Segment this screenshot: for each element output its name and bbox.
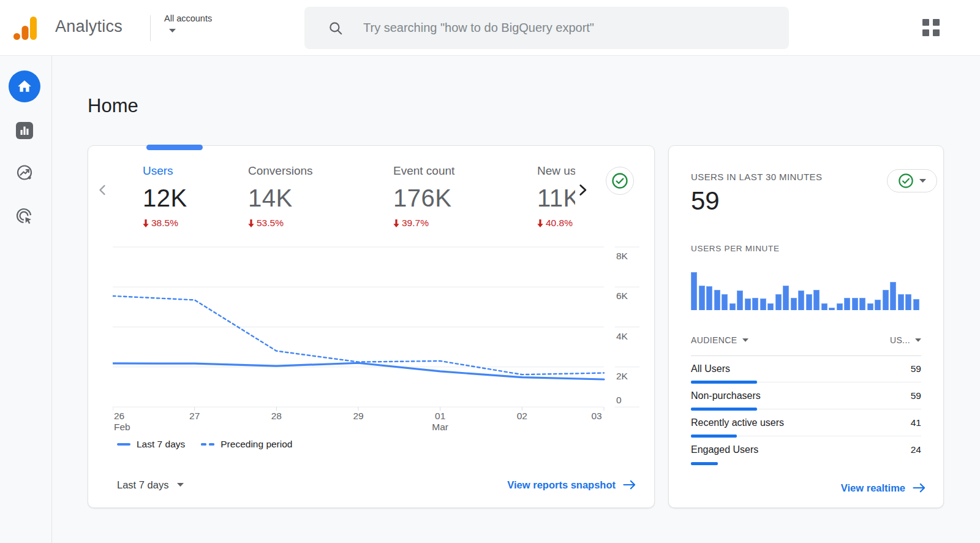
metric-label: Conversions	[248, 163, 377, 179]
product-name: Analytics	[55, 17, 123, 36]
arrow-down-icon	[537, 219, 543, 227]
arrow-right-icon	[913, 483, 926, 493]
legend-item-preceding-period: Preceding period	[201, 439, 292, 450]
metric-tab-event-count[interactable]: Event count 176K 39.7%	[393, 163, 522, 229]
legend-item-last-7-days: Last 7 days	[117, 439, 185, 450]
metric-delta: 39.7%	[393, 218, 522, 229]
arrow-down-icon	[248, 219, 254, 227]
audience-column-header[interactable]: AUDIENCE	[691, 335, 748, 345]
sidebar-item-reports[interactable]	[16, 122, 33, 139]
svg-text:2K: 2K	[616, 371, 628, 381]
audience-name: Non-purchasers	[691, 390, 761, 401]
svg-text:0: 0	[616, 395, 622, 405]
home-icon	[17, 78, 32, 94]
top-header: Analytics All accounts	[0, 0, 980, 56]
solid-line-swatch-icon	[117, 443, 130, 446]
audience-name: All Users	[691, 363, 730, 374]
metric-label: Event count	[393, 163, 522, 179]
svg-text:28: 28	[271, 411, 282, 421]
users-column-header[interactable]: US...	[890, 335, 921, 345]
check-circle-icon	[898, 173, 914, 189]
advertising-target-cursor-icon	[15, 207, 34, 226]
audience-users: 24	[911, 444, 921, 455]
svg-text:02: 02	[517, 411, 527, 421]
account-selector[interactable]: All accounts	[164, 13, 212, 32]
metric-value: 176K	[393, 184, 522, 212]
audience-name: Engaged Users	[691, 444, 758, 455]
header-divider	[150, 15, 151, 41]
table-row[interactable]: Non-purchasers 59	[691, 382, 921, 409]
search-icon	[328, 20, 344, 36]
metric-delta: 40.8%	[537, 218, 575, 229]
explore-trend-icon	[15, 164, 34, 182]
audience-name: Recently active users	[691, 417, 784, 428]
dashed-line-swatch-icon	[201, 443, 214, 446]
chart-legend: Last 7 days Preceding period	[117, 439, 292, 450]
metric-tabs: Users 12K 38.5% Conversions 14K 53.5%	[143, 163, 575, 241]
account-selector-label: All accounts	[164, 13, 212, 23]
metric-value: 14K	[248, 184, 377, 212]
svg-text:Feb: Feb	[114, 422, 130, 432]
metric-delta: 53.5%	[248, 218, 377, 229]
metrics-scroll-left-button[interactable]	[96, 181, 113, 199]
google-apps-grid-icon[interactable]	[922, 19, 940, 36]
sidebar-item-explore[interactable]	[15, 164, 34, 182]
table-row[interactable]: All Users 59	[691, 355, 921, 382]
audience-value-bar	[691, 462, 718, 465]
svg-text:27: 27	[189, 411, 200, 421]
svg-text:4K: 4K	[616, 331, 628, 341]
audience-users: 41	[911, 417, 921, 428]
users-per-minute-bar-chart	[691, 266, 924, 310]
svg-text:01: 01	[435, 411, 445, 421]
arrow-right-icon	[623, 480, 636, 490]
metric-tab-conversions[interactable]: Conversions 14K 53.5%	[248, 163, 377, 229]
analytics-home-page: Analytics All accounts	[0, 0, 980, 543]
svg-text:Mar: Mar	[432, 422, 448, 432]
metric-label: New users	[537, 163, 575, 179]
date-range-selector[interactable]: Last 7 days	[117, 479, 184, 491]
chevron-down-icon	[919, 179, 926, 183]
table-row[interactable]: Recently active users 41	[691, 409, 921, 436]
audience-table: All Users 59 Non-purchasers 59 Recently …	[691, 355, 921, 463]
search-input[interactable]	[363, 7, 767, 49]
search-bar	[304, 7, 789, 49]
svg-text:29: 29	[353, 411, 363, 421]
arrow-down-icon	[393, 219, 399, 227]
bar-chart-icon	[16, 122, 33, 139]
google-analytics-logo-icon	[13, 17, 38, 40]
left-navigation-rail	[0, 56, 52, 543]
audience-table-header: AUDIENCE US...	[691, 332, 921, 348]
users-last-30-min-value: 59	[691, 185, 720, 217]
overview-card-footer: Last 7 days View reports snapshot	[117, 473, 636, 497]
chevron-down-icon	[169, 29, 212, 32]
realtime-title: USERS IN LAST 30 MINUTES	[691, 172, 822, 182]
table-row[interactable]: Engaged Users 24	[691, 436, 921, 463]
users-per-minute-label: USERS PER MINUTE	[691, 244, 780, 253]
page-title: Home	[88, 95, 138, 117]
view-realtime-link[interactable]: View realtime	[841, 482, 926, 494]
chevron-down-icon	[742, 338, 748, 342]
chevron-down-icon	[915, 338, 921, 342]
svg-text:03: 03	[591, 411, 601, 421]
audience-users: 59	[911, 363, 921, 374]
metrics-scroll-right-button[interactable]	[575, 180, 594, 200]
metric-value: 11K	[537, 184, 575, 212]
audience-users: 59	[911, 390, 921, 401]
main-content: Home Users 12K 38.5% Conversions 14K	[52, 56, 980, 543]
chevron-down-icon	[177, 483, 184, 487]
realtime-status-dropdown-button[interactable]	[887, 169, 937, 192]
metric-status-ok-button[interactable]	[606, 167, 634, 195]
svg-text:26: 26	[114, 411, 124, 421]
reports-snapshot-card: Users 12K 38.5% Conversions 14K 53.5%	[88, 145, 655, 508]
view-reports-snapshot-link[interactable]: View reports snapshot	[507, 479, 636, 491]
arrow-down-icon	[143, 219, 149, 227]
svg-text:8K: 8K	[616, 251, 628, 261]
selected-metric-tab-indicator	[146, 145, 203, 150]
realtime-card: USERS IN LAST 30 MINUTES 59 USERS PER MI…	[668, 145, 944, 508]
users-trend-line-chart: 02K4K6K8K26Feb27282901Mar0203	[113, 240, 639, 435]
sidebar-item-advertising[interactable]	[15, 207, 34, 226]
sidebar-item-home[interactable]	[9, 70, 40, 102]
metric-tab-new-users[interactable]: New users 11K 40.8%	[537, 163, 575, 229]
realtime-card-footer: View realtime	[841, 476, 926, 500]
svg-text:6K: 6K	[616, 290, 628, 301]
